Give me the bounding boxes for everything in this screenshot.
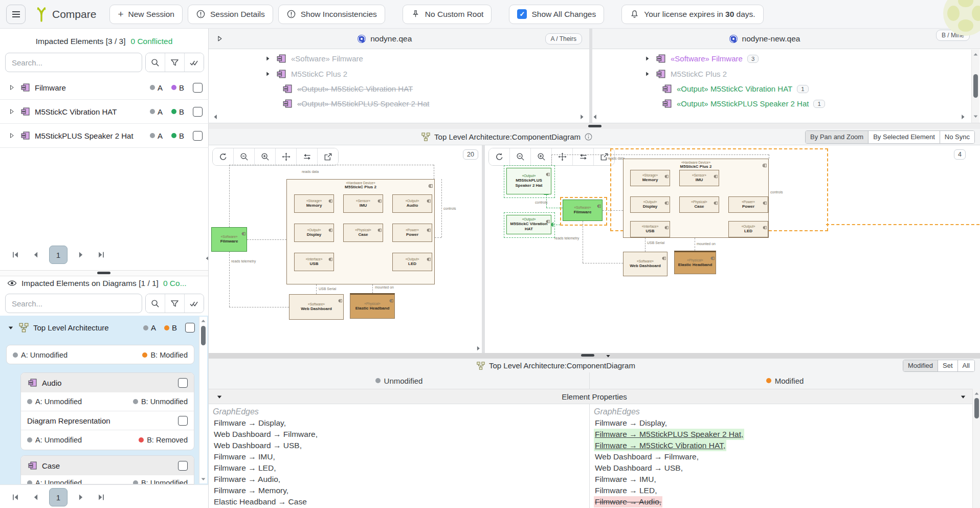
sync-mode-pan-zoom[interactable]: By Pan and Zoom — [806, 131, 868, 143]
scrollbar-thumb[interactable] — [973, 74, 978, 98]
filter-modified[interactable]: Modified — [903, 360, 938, 371]
expand-icon[interactable] — [264, 55, 271, 62]
splitter-handle[interactable] — [588, 125, 602, 127]
show-all-changes-toggle[interactable]: ✓ Show All Changes — [509, 5, 604, 24]
sidebar-scrollbar[interactable] — [199, 317, 207, 483]
tree-b-scrollbar[interactable] — [971, 50, 979, 123]
scroll-down-icon[interactable] — [199, 476, 207, 482]
element-row-firmware[interactable]: Filmware A B — [0, 76, 209, 100]
diagram-representation-row[interactable]: Diagram Representation — [21, 411, 194, 430]
diagram-pane-a[interactable]: 20 reads data controls reads telemetry U… — [209, 145, 482, 353]
pan-icon[interactable] — [551, 148, 572, 165]
element-row-speaker-hat[interactable]: M5StickPLUS Speaker 2 Hat A B — [0, 124, 209, 148]
license-notification-button[interactable]: Your license expires in 30 days. — [621, 5, 763, 24]
current-page[interactable]: 1 — [49, 488, 68, 506]
diagram-box-speaker-hat[interactable]: «Output»M5StickPLUS Speaker 2 Hat — [506, 168, 551, 194]
prev-page-button[interactable] — [29, 490, 43, 504]
refresh-icon[interactable] — [489, 148, 509, 165]
diagram-pane-b[interactable]: 4 reads data controls controls controls … — [485, 145, 980, 353]
sidebar-splitter[interactable] — [0, 270, 208, 276]
diagram-box-vibration-hat[interactable]: «Output»M5StickC Vibration HAT — [506, 215, 551, 234]
properties-scrollbar[interactable] — [972, 389, 980, 508]
diagram-box-usb[interactable]: «Interface»USB — [630, 221, 670, 237]
swap-icon[interactable] — [572, 148, 593, 165]
next-page-button[interactable] — [74, 248, 88, 262]
row-checkbox[interactable] — [178, 378, 188, 388]
expand-icon[interactable] — [216, 35, 224, 42]
diagram-box-led[interactable]: «Output»LED — [392, 253, 432, 271]
expand-icon[interactable] — [8, 108, 15, 115]
diagram-box-imu[interactable]: «Sensor»IMU — [679, 170, 719, 186]
diagram-box-memory[interactable]: «Storage»Memory — [630, 170, 670, 186]
diagram-box-case[interactable]: «Physical»Case — [343, 224, 383, 242]
diagram-box-led[interactable]: «Output»LED — [728, 221, 768, 237]
filter-icon[interactable] — [165, 294, 184, 313]
last-page-button[interactable] — [94, 248, 108, 262]
swap-icon[interactable] — [296, 148, 317, 165]
row-checkbox[interactable] — [193, 107, 203, 117]
diagram-box-imu[interactable]: «Sensor»IMU — [343, 194, 383, 213]
row-checkbox[interactable] — [185, 323, 195, 333]
expand-icon[interactable] — [644, 55, 651, 62]
diagram-box-web-dashboard[interactable]: «Software»Web Dashboard — [623, 252, 667, 276]
diagram-box-audio[interactable]: «Output»Audio — [392, 194, 432, 213]
zoom-out-icon[interactable] — [233, 148, 254, 165]
tree-b-item-vibration-hat[interactable]: «Output» M5StickC Vibration HAT 1 — [661, 81, 809, 96]
diagram-box-web-dashboard[interactable]: «Software»Web Dashboard — [289, 294, 344, 320]
filter-set[interactable]: Set — [938, 360, 957, 371]
splitter-handle[interactable] — [97, 272, 110, 274]
row-checkbox[interactable] — [193, 83, 203, 93]
diagram-box-elastic-headband[interactable]: «Physical»Elastic Headband — [674, 251, 716, 274]
select-all-icon[interactable] — [184, 294, 204, 313]
filter-all[interactable]: All — [957, 360, 974, 371]
scrollbar-thumb[interactable] — [201, 326, 206, 345]
zoom-in-icon[interactable] — [530, 148, 551, 165]
session-details-button[interactable]: Session Details — [188, 5, 273, 24]
first-page-button[interactable] — [8, 490, 23, 504]
element-properties-bar[interactable]: Element Properties — [209, 389, 980, 404]
tree-b-item-speaker-hat[interactable]: «Output» M5StickPLUS Speaker 2 Hat 1 — [661, 96, 825, 111]
new-session-button[interactable]: + New Session — [109, 5, 183, 24]
expand-icon[interactable] — [8, 132, 15, 139]
tree-a-item-m5stickc[interactable]: M5StickC Plus 2 — [264, 67, 347, 81]
current-page[interactable]: 1 — [49, 246, 68, 264]
sync-mode-selected-element[interactable]: By Selected Element — [868, 131, 940, 143]
info-icon[interactable] — [584, 132, 593, 141]
first-page-button[interactable] — [8, 248, 23, 262]
open-external-icon[interactable] — [317, 148, 338, 165]
diagram-properties-splitter[interactable] — [209, 353, 980, 358]
row-checkbox[interactable] — [178, 461, 188, 471]
filter-icon[interactable] — [165, 53, 184, 72]
diagram-box-firmware[interactable]: «Software»Filmware — [563, 200, 603, 221]
tree-a-item-speaker-hat[interactable]: «Output» M5StickPLUS Speaker 2 Hat — [282, 96, 429, 111]
search-icon[interactable] — [146, 294, 165, 313]
case-card-header[interactable]: Case — [21, 456, 194, 475]
diagram-row-top-level-architecture[interactable]: Top Level Architecture A B — [0, 316, 208, 340]
sync-mode-no-sync[interactable]: No Sync — [940, 131, 974, 143]
no-custom-root-button[interactable]: No Custom Root — [403, 5, 492, 24]
diagram-box-power[interactable]: «Power»Power — [728, 196, 768, 213]
row-checkbox[interactable] — [193, 131, 203, 141]
row-checkbox[interactable] — [178, 416, 188, 426]
diagram-box-display[interactable]: «Output»Display — [630, 196, 670, 213]
diagram-box-memory[interactable]: «Storage»Memory — [294, 194, 334, 213]
scroll-up-icon[interactable] — [972, 51, 979, 60]
prev-page-button[interactable] — [29, 248, 43, 262]
tree-a-item-vibration-hat[interactable]: «Output» M5StickC Vibration HAT — [282, 81, 413, 96]
diagram-box-elastic-headband[interactable]: «Physical»Elastic Headband — [350, 293, 395, 319]
expand-icon[interactable] — [264, 71, 271, 77]
diagrams-search-input[interactable] — [5, 294, 142, 313]
splitter-handle[interactable] — [581, 354, 594, 357]
element-row-vibration-hat[interactable]: M5StickC Vibration HAT A B — [0, 100, 209, 124]
sidebar-collapse-icon[interactable] — [204, 254, 210, 263]
diagram-box-case[interactable]: «Physical»Case — [679, 196, 719, 213]
audio-card-header[interactable]: Audio — [21, 373, 194, 392]
select-all-icon[interactable] — [184, 53, 204, 72]
tree-panes-divider[interactable] — [589, 29, 592, 123]
tree-b-scroll-left-icon[interactable] — [591, 113, 599, 123]
zoom-out-icon[interactable] — [509, 148, 530, 165]
scroll-down-icon[interactable] — [972, 113, 979, 122]
diagram-box-firmware[interactable]: «Software»Filmware — [211, 227, 247, 252]
scroll-up-icon[interactable] — [199, 318, 207, 324]
tree-b-item-firmware[interactable]: «Software» Filmware 3 — [644, 51, 759, 66]
